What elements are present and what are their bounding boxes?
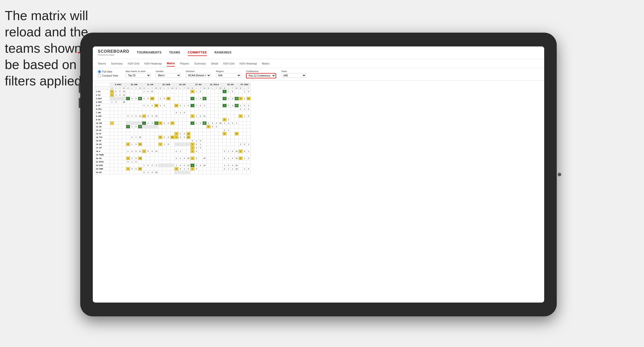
matrix-cell: 1	[190, 167, 194, 171]
matrix-cell	[190, 153, 194, 157]
matrix-cell: 1	[190, 164, 194, 167]
matrix-cell	[210, 146, 214, 150]
sub-nav-summary2[interactable]: Summary	[194, 61, 206, 66]
matrix-cell	[118, 129, 122, 132]
max-teams-select[interactable]: Top 25 Top 10 Top 50	[126, 73, 151, 78]
logo: SCOREBOARD Powered by clippd	[98, 49, 129, 56]
matrix-cell	[122, 139, 126, 143]
matrix-cell: 48	[166, 97, 170, 100]
matrix-cell	[134, 153, 138, 157]
matrix-cell: 0	[150, 150, 154, 153]
matrix-cell	[110, 164, 114, 167]
matrix-cell	[122, 107, 126, 111]
matrix-cell	[234, 125, 238, 129]
matrix-cell	[162, 111, 166, 114]
table-row: 17. GIT100	[95, 146, 251, 150]
matrix-cell	[110, 125, 114, 129]
matrix-cell: 0	[134, 150, 138, 153]
matrix-cell	[170, 114, 174, 118]
matrix-cell: 0	[247, 114, 251, 118]
matrix-cell	[238, 90, 243, 93]
matrix-cell	[210, 136, 214, 139]
matrix-cell	[206, 97, 210, 100]
matrix-cell	[226, 143, 230, 146]
full-view-radio[interactable]: Full View	[98, 70, 118, 73]
matrix-cell	[234, 136, 238, 139]
matrix-cell: 3	[206, 125, 210, 129]
matrix-cell	[166, 167, 170, 171]
matrix-cell	[206, 150, 210, 153]
matrix-cell: 2	[114, 90, 118, 93]
matrix-cell	[158, 167, 162, 171]
matrix-cell	[210, 139, 214, 143]
matrix-cell	[142, 136, 146, 139]
matrix-cell	[214, 153, 218, 157]
nav-link-tournaments[interactable]: TOURNAMENTS	[137, 49, 162, 56]
matrix-cell	[154, 136, 158, 139]
team-select[interactable]: (All)	[281, 73, 306, 78]
matrix-cell	[230, 129, 234, 132]
sub-nav-h2h-heatmap[interactable]: H2H Heatmap	[144, 61, 162, 66]
sub-nav-matrix[interactable]: Matrix	[167, 61, 175, 67]
matrix-cell: 0	[134, 114, 138, 118]
matrix-cell: 2	[130, 136, 134, 139]
matrix-cell	[150, 153, 154, 157]
nav-link-rankings[interactable]: RANKINGS	[214, 49, 231, 56]
sub-nav-h2h-grid2[interactable]: H2H Grid	[223, 61, 234, 66]
matrix-cell	[150, 132, 154, 136]
sub-nav-summary[interactable]: Summary	[111, 61, 123, 66]
matrix-cell	[190, 136, 194, 139]
sub-nav-h2h-heatmap2[interactable]: H2H Heatmap	[239, 61, 257, 66]
matrix-cell	[230, 125, 234, 129]
matrix-cell	[218, 150, 222, 153]
matrix-cell	[186, 125, 190, 129]
team-label: 15. UF	[95, 139, 110, 143]
nav-link-teams[interactable]: TEAMS	[169, 49, 180, 56]
tablet-home-button[interactable]	[558, 173, 561, 176]
region-select[interactable]: N/A East West	[216, 73, 241, 78]
compact-view-radio[interactable]: Compact View	[98, 74, 118, 77]
team-label: 21. ETSU	[95, 160, 110, 164]
matrix-cell	[234, 153, 238, 157]
matrix-cell	[243, 153, 247, 157]
table-row: 6. FSU010	[95, 107, 251, 111]
nav-link-committee[interactable]: COMMITTEE	[188, 49, 207, 56]
matrix-cell	[202, 160, 206, 164]
matrix-cell	[226, 136, 230, 139]
matrix-cell: 29	[154, 171, 158, 174]
matrix-cell	[166, 164, 170, 167]
matrix-cell	[126, 111, 130, 114]
matrix-cell: 1	[194, 104, 198, 107]
matrix-cell	[130, 90, 134, 93]
sub-nav-teams[interactable]: Teams	[98, 61, 106, 66]
sub-nav-matrix2[interactable]: Matrix	[262, 61, 270, 66]
matrix-cell	[146, 107, 150, 111]
sub-nav-players[interactable]: Players	[180, 61, 189, 66]
col-header-ua: 11. UA	[142, 83, 158, 86]
matrix-cell	[142, 118, 146, 122]
matrix-cell	[138, 132, 142, 136]
sub-nav-detail[interactable]: Detail	[211, 61, 218, 66]
matrix-cell	[210, 118, 214, 122]
matrix-cell: 0	[134, 125, 138, 129]
matrix-scroll[interactable]: 3. ASU 10. UW 11. UA 22. UCB 24. UO 27. …	[93, 81, 544, 303]
sub-nav-h2h-grid[interactable]: H2H Grid	[128, 61, 139, 66]
matrix-cell	[126, 100, 130, 104]
matrix-cell	[118, 139, 122, 143]
matrix-cell	[122, 118, 126, 122]
conference-select[interactable]: Pac-12 Conference (All) ACC	[246, 73, 276, 78]
matrix-cell: 1	[226, 150, 230, 153]
matrix-cell: 0	[186, 167, 190, 171]
matrix-cell	[154, 157, 158, 160]
matrix-cell	[247, 164, 251, 167]
matrix-cell	[146, 132, 150, 136]
matrix-cell	[114, 125, 118, 129]
matrix-cell	[210, 129, 214, 132]
matrix-cell: 27	[150, 90, 154, 93]
matrix-cell	[190, 129, 194, 132]
matrix-cell	[206, 143, 210, 146]
gender-select[interactable]: Men's Women's	[156, 73, 181, 78]
matrix-cell	[142, 129, 146, 132]
matrix-cell	[162, 132, 166, 136]
division-select[interactable]: NCAA Division I NCAA Division II	[186, 73, 211, 78]
